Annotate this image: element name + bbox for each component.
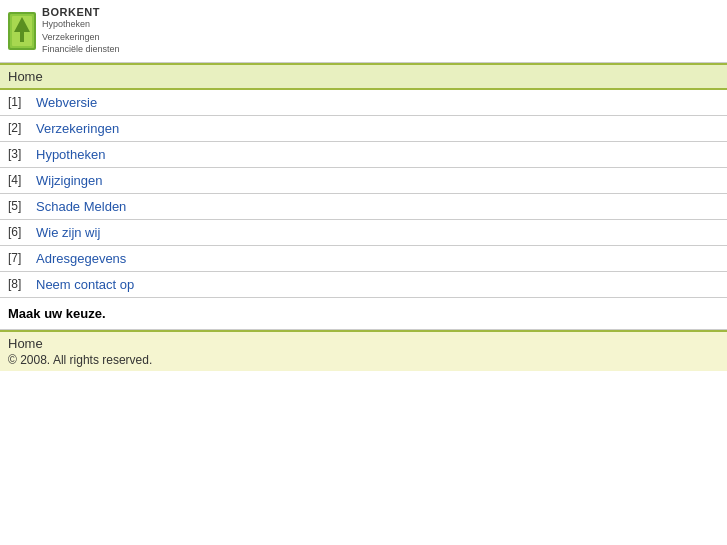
header: BORKENT HypothekenVerzekeringenFinanciël… xyxy=(0,0,727,63)
svg-rect-4 xyxy=(20,32,24,42)
footer-home-label: Home xyxy=(8,336,719,351)
menu-item-index: [8] xyxy=(8,277,32,291)
nav-bar: Home xyxy=(0,63,727,90)
menu-item-index: [2] xyxy=(8,121,32,135)
footer-copyright: © 2008. All rights reserved. xyxy=(8,353,719,367)
menu-item[interactable]: [1]Webversie xyxy=(0,90,727,116)
logo: BORKENT HypothekenVerzekeringenFinanciël… xyxy=(8,6,120,56)
logo-subtitle: HypothekenVerzekeringenFinanciële dienst… xyxy=(42,18,120,56)
menu-item[interactable]: [7]Adresgegevens xyxy=(0,246,727,272)
menu-item-link[interactable]: Wijzigingen xyxy=(36,173,102,188)
menu-item-link[interactable]: Wie zijn wij xyxy=(36,225,100,240)
logo-text: BORKENT HypothekenVerzekeringenFinanciël… xyxy=(42,6,120,56)
menu-item[interactable]: [5]Schade Melden xyxy=(0,194,727,220)
menu-item-index: [7] xyxy=(8,251,32,265)
menu-item-link[interactable]: Neem contact op xyxy=(36,277,134,292)
logo-title: BORKENT xyxy=(42,6,120,18)
menu-item-index: [6] xyxy=(8,225,32,239)
menu-item[interactable]: [8]Neem contact op xyxy=(0,272,727,298)
menu-item-link[interactable]: Adresgegevens xyxy=(36,251,126,266)
menu-item-index: [4] xyxy=(8,173,32,187)
menu-item-link[interactable]: Verzekeringen xyxy=(36,121,119,136)
menu-item-link[interactable]: Hypotheken xyxy=(36,147,105,162)
menu-item-index: [1] xyxy=(8,95,32,109)
menu-list: [1]Webversie[2]Verzekeringen[3]Hypotheke… xyxy=(0,90,727,298)
logo-icon xyxy=(8,12,36,50)
menu-item[interactable]: [3]Hypotheken xyxy=(0,142,727,168)
footer: Home © 2008. All rights reserved. xyxy=(0,330,727,371)
menu-item[interactable]: [2]Verzekeringen xyxy=(0,116,727,142)
main-text: Maak uw keuze. xyxy=(0,298,727,330)
menu-item-index: [3] xyxy=(8,147,32,161)
menu-item-link[interactable]: Schade Melden xyxy=(36,199,126,214)
menu-item[interactable]: [4]Wijzigingen xyxy=(0,168,727,194)
menu-item-link[interactable]: Webversie xyxy=(36,95,97,110)
nav-home-label: Home xyxy=(8,69,43,84)
menu-item[interactable]: [6]Wie zijn wij xyxy=(0,220,727,246)
menu-item-index: [5] xyxy=(8,199,32,213)
